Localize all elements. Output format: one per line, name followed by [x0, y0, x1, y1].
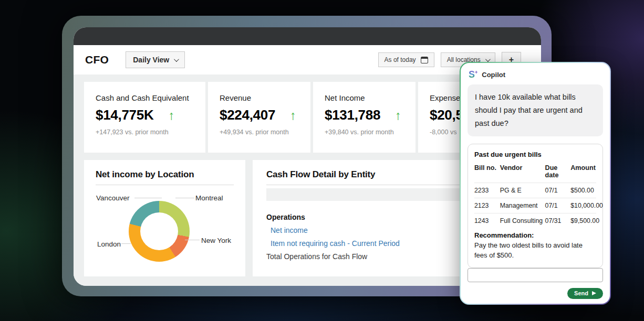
trend-up-icon: ↑ — [290, 109, 296, 122]
slice-label-london: London — [97, 240, 121, 248]
cell-bill-no: 2233 — [474, 187, 500, 194]
table-row: 2233 PG & E 07/1 $500.00 — [474, 183, 596, 198]
copilot-brand-label: Copilot — [482, 71, 505, 79]
send-button[interactable]: Send — [567, 288, 603, 299]
kpi-delta: +147,923 vs. prior month — [96, 129, 205, 136]
view-selector-label: Daily View — [133, 56, 169, 64]
copilot-panel: S+ Copilot I have 10k available what bil… — [460, 62, 611, 305]
divider — [96, 185, 234, 185]
cell-vendor: Full Consulting — [500, 217, 545, 224]
column-header: Vendor — [500, 164, 545, 172]
callout-line — [134, 198, 162, 198]
recommendation-label: Recommendation: — [474, 231, 596, 239]
send-arrow-icon — [592, 291, 596, 295]
cell-bill-no: 2123 — [474, 202, 500, 209]
cell-due-date: 07/1 — [545, 187, 571, 194]
kpi-value: $14,775K — [96, 107, 153, 123]
donut-chart-area: Vancouver Montreal London New York — [96, 186, 234, 268]
kpi-label: Revenue — [220, 93, 310, 102]
donut-chart[interactable] — [129, 201, 190, 262]
net-income-by-location-card: Net income by Location Vancouver Montre — [84, 160, 245, 276]
table-row: 1243 Full Consulting 07/31 $9,500.00 — [474, 213, 596, 228]
kpi-delta: +49,934 vs. prior month — [220, 129, 310, 136]
callout-line — [121, 243, 131, 244]
cell-bill-no: 1243 — [474, 217, 500, 224]
kpi-value: $20,5 — [430, 107, 463, 123]
cell-amount: $500.00 — [570, 187, 596, 194]
user-message-bubble: I have 10k available what bills should I… — [468, 84, 603, 136]
browser-bar — [74, 27, 541, 45]
kpi-card-revenue[interactable]: Revenue $224,407 ↑ +49,934 vs. prior mon… — [208, 82, 310, 153]
cell-due-date: 07/1 — [545, 202, 571, 209]
copilot-logo-icon: S+ — [469, 70, 477, 79]
kpi-value: $224,407 — [220, 107, 275, 123]
kpi-delta: +39,840 vs. prior month — [325, 129, 416, 136]
trend-up-icon: ↑ — [395, 109, 401, 122]
column-header: Due date — [545, 164, 571, 179]
cell-vendor: Management — [500, 202, 545, 209]
cell-vendor: PG & E — [500, 187, 545, 194]
send-button-label: Send — [574, 290, 588, 296]
callout-line — [185, 240, 200, 240]
copilot-panel-inner: S+ Copilot I have 10k available what bil… — [461, 63, 610, 304]
slice-label-montreal: Montreal — [195, 194, 223, 202]
send-row: Send — [468, 288, 603, 299]
kpi-label: Cash and Cash Equivalent — [96, 93, 205, 102]
chevron-down-icon — [174, 57, 179, 62]
bills-table: Bill no. Vendor Due date Amount 2233 PG … — [474, 160, 596, 228]
bills-table-header: Bill no. Vendor Due date Amount — [474, 160, 596, 183]
kpi-value: $131,788 — [325, 107, 380, 123]
kpi-card-cash[interactable]: Cash and Cash Equivalent $14,775K ↑ +147… — [84, 82, 205, 153]
copilot-response-card: Past due urgent bills Bill no. Vendor Du… — [468, 144, 603, 268]
donut-hole — [140, 212, 178, 250]
date-filter-button[interactable]: As of today — [378, 52, 434, 67]
kpi-label: Net Income — [325, 93, 416, 102]
table-row: 2123 Management 07/1 $10,000.00 — [474, 198, 596, 213]
view-selector-dropdown[interactable]: Daily View — [126, 51, 185, 68]
cell-due-date: 07/31 — [545, 217, 571, 224]
calendar-icon — [421, 57, 428, 63]
cell-amount: $10,000.00 — [570, 202, 596, 209]
chevron-down-icon — [485, 57, 491, 62]
cell-amount: $9,500.00 — [570, 217, 596, 224]
kpi-card-net-income[interactable]: Net Income $131,788 ↑ +39,840 vs. prior … — [313, 82, 416, 153]
callout-line — [175, 198, 194, 198]
page-title: CFO — [85, 54, 109, 66]
copilot-message-input[interactable] — [468, 268, 603, 282]
slice-label-new-york: New York — [201, 237, 231, 244]
copilot-header: S+ Copilot — [468, 69, 603, 84]
recommendation-text: Pay the two oldest bills to avoid late f… — [474, 241, 596, 261]
date-filter-label: As of today — [385, 56, 416, 63]
trend-up-icon: ↑ — [168, 109, 174, 122]
chart-title: Net income by Location — [96, 169, 234, 180]
column-header: Bill no. — [474, 164, 500, 172]
column-header: Amount — [570, 164, 596, 172]
response-title: Past due urgent bills — [474, 151, 596, 158]
slice-label-vancouver: Vancouver — [96, 194, 130, 202]
